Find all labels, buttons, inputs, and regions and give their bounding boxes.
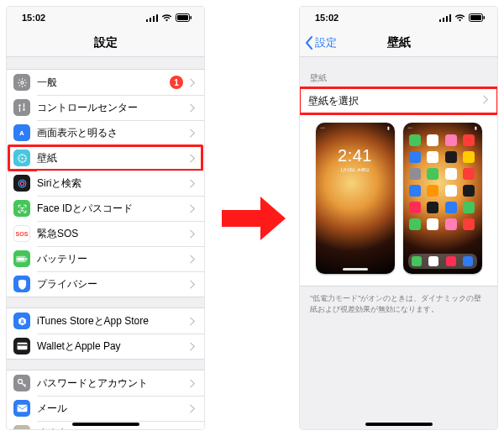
mail-icon [13, 400, 30, 417]
dock-app-icon [412, 256, 422, 266]
dock-app-icon [463, 256, 473, 266]
row-label: 壁紙 [37, 151, 190, 165]
privacy-icon [13, 276, 30, 292]
chevron-right-icon [190, 129, 196, 138]
settings-row-passwords[interactable]: パスワードとアカウント [7, 370, 204, 396]
sos-icon: SOS [13, 225, 30, 242]
svg-rect-42 [484, 16, 486, 19]
app-icon [409, 185, 421, 197]
svg-rect-5 [177, 15, 188, 20]
svg-point-10 [23, 108, 25, 111]
settings-row-itunes[interactable]: AiTunes StoreとApp Store [7, 308, 204, 334]
settings-row-sos[interactable]: SOS緊急SOS [7, 221, 204, 246]
settings-group-1: 一般1コントロールセンターA画面表示と明るさ壁紙Siriと検索Face IDとパ… [7, 69, 204, 297]
wallpaper-scroll[interactable]: 壁紙 壁紙を選択 ◦◦◦▮ 2:41 1月10日 木曜日 ◦◦◦▮ "低電力モー… [300, 57, 497, 429]
svg-text:A: A [20, 318, 24, 323]
chevron-right-icon [190, 342, 196, 351]
svg-point-22 [24, 160, 24, 160]
status-icons [439, 13, 486, 22]
svg-rect-41 [470, 15, 481, 20]
home-indicator[interactable] [365, 423, 433, 426]
settings-row-privacy[interactable]: プライバシー [7, 271, 204, 297]
svg-point-21 [19, 160, 20, 160]
settings-row-wallpaper[interactable]: 壁紙 [7, 145, 204, 171]
svg-point-17 [18, 157, 19, 158]
homescreen-preview[interactable]: ◦◦◦▮ [403, 123, 482, 274]
app-icon [445, 168, 457, 180]
settings-row-mail[interactable]: メール [7, 396, 204, 421]
settings-row-display[interactable]: A画面表示と明るさ [7, 120, 204, 145]
settings-row-battery[interactable]: バッテリー [7, 246, 204, 271]
chevron-left-icon [305, 36, 313, 50]
app-icon [409, 151, 421, 163]
svg-point-33 [18, 380, 23, 384]
settings-group-3: パスワードとアカウントメール連絡先 [7, 370, 204, 429]
svg-rect-3 [156, 14, 158, 22]
app-icon [445, 151, 457, 163]
svg-rect-1 [150, 18, 151, 22]
svg-rect-36 [439, 19, 441, 22]
faceid-icon [13, 200, 30, 217]
control-center-icon [13, 99, 30, 116]
row-label: Face IDとパスコード [37, 202, 190, 216]
svg-rect-28 [17, 257, 24, 260]
lockscreen-preview[interactable]: ◦◦◦▮ 2:41 1月10日 木曜日 [316, 123, 395, 274]
app-icon [445, 202, 457, 213]
wallpaper-previews: ◦◦◦▮ 2:41 1月10日 木曜日 ◦◦◦▮ [300, 114, 497, 286]
app-icon [409, 134, 421, 146]
app-icon [445, 134, 457, 146]
settings-scroll[interactable]: 一般1コントロールセンターA画面表示と明るさ壁紙Siriと検索Face IDとパ… [7, 57, 204, 429]
passwords-icon [13, 375, 30, 391]
svg-rect-6 [191, 16, 192, 19]
chevron-right-icon [190, 229, 196, 239]
phone-settings: 15:02 設定 一般1コントロールセンターA画面表示と明るさ壁紙Siriと検索… [7, 7, 204, 429]
settings-group-2: AiTunes StoreとApp StoreWalletとApple Pay [7, 307, 204, 360]
nav-title: 壁紙 [387, 35, 411, 50]
svg-rect-2 [153, 16, 155, 22]
chevron-right-icon [190, 317, 196, 326]
chevron-right-icon [190, 379, 196, 388]
dock-app-icon [428, 256, 438, 266]
svg-point-26 [23, 207, 24, 208]
chevron-right-icon [190, 404, 196, 413]
app-icon [427, 168, 438, 180]
row-label: プライバシー [37, 277, 190, 292]
app-icon [427, 134, 438, 146]
back-button[interactable]: 設定 [305, 29, 337, 56]
app-icon [409, 168, 421, 180]
row-label: コントロールセンター [37, 101, 190, 115]
settings-row-siri[interactable]: Siriと検索 [7, 171, 204, 196]
svg-rect-38 [446, 16, 448, 22]
svg-point-25 [20, 207, 21, 208]
home-indicator[interactable] [72, 423, 139, 426]
phone-wallpaper: 15:02 設定 壁紙 壁紙 壁紙を選択 ◦◦◦▮ 2:41 1月10日 木曜日 [300, 7, 497, 429]
chevron-right-icon [483, 95, 489, 107]
settings-row-wallet[interactable]: WalletとApple Pay [7, 334, 204, 359]
badge: 1 [170, 76, 183, 89]
app-icon [427, 202, 438, 213]
svg-point-7 [20, 81, 23, 83]
settings-row-control-center[interactable]: コントロールセンター [7, 95, 204, 120]
app-icon [463, 134, 475, 146]
chevron-right-icon [190, 179, 196, 188]
chevron-right-icon [190, 280, 196, 289]
siri-icon [13, 175, 30, 192]
dock-app-icon [446, 256, 456, 266]
app-icon [463, 218, 475, 230]
row-label: 一般 [37, 76, 170, 90]
settings-row-general[interactable]: 一般1 [7, 70, 204, 95]
wallet-icon [13, 338, 30, 355]
svg-rect-31 [17, 343, 27, 350]
lock-time: 2:41 [316, 146, 395, 165]
settings-row-faceid[interactable]: Face IDとパスコード [7, 196, 204, 221]
svg-point-15 [21, 155, 22, 155]
svg-point-14 [21, 157, 23, 159]
wifi-icon [161, 14, 172, 22]
battery-icon [176, 13, 192, 22]
wifi-icon [454, 14, 465, 22]
app-icon [445, 185, 457, 197]
svg-rect-34 [17, 405, 27, 412]
choose-wallpaper-row[interactable]: 壁紙を選択 [300, 87, 497, 114]
chevron-right-icon [190, 429, 196, 430]
svg-point-8 [18, 104, 21, 107]
